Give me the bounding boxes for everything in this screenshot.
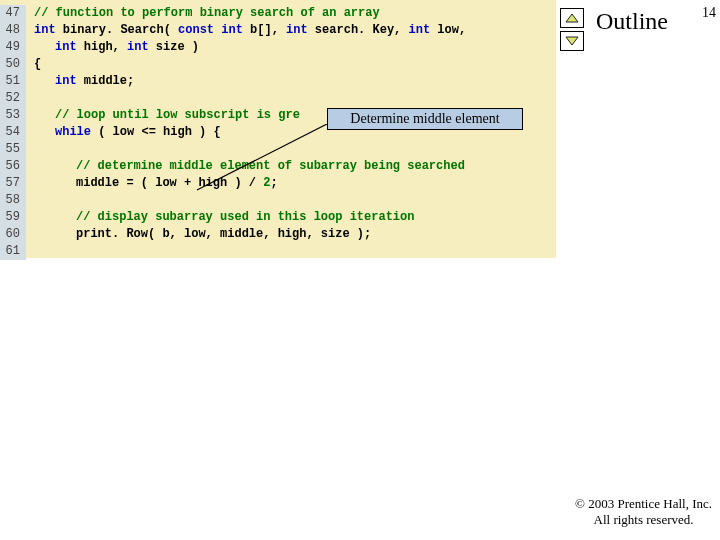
line-number: 48 — [0, 22, 26, 39]
line-number: 58 — [0, 192, 26, 209]
code-content: // determine middle element of subarray … — [26, 158, 465, 175]
code-content — [26, 141, 34, 158]
code-line: 57middle = ( low + high ) / 2; — [0, 175, 556, 192]
code-line: 50{ — [0, 56, 556, 73]
code-token: { — [34, 57, 41, 71]
code-line: 56// determine middle element of subarra… — [0, 158, 556, 175]
code-content: print. Row( b, low, middle, high, size )… — [26, 226, 371, 243]
code-content: int high, int size ) — [26, 39, 199, 56]
code-token: binary. Search( — [56, 23, 178, 37]
code-token: // function to perform binary search of … — [34, 6, 380, 20]
code-line: 47// function to perform binary search o… — [0, 5, 556, 22]
code-line: 49int high, int size ) — [0, 39, 556, 56]
footer-copyright: © 2003 Prentice Hall, Inc. All rights re… — [575, 496, 712, 528]
svg-marker-0 — [566, 14, 578, 22]
triangle-down-icon — [565, 36, 579, 46]
code-token: size ) — [149, 40, 199, 54]
code-token: middle; — [77, 74, 135, 88]
code-token: int — [127, 40, 149, 54]
line-number: 52 — [0, 90, 26, 107]
code-content: // function to perform binary search of … — [26, 5, 380, 22]
code-content: // loop until low subscript is gre — [26, 107, 300, 124]
code-content: middle = ( low + high ) / 2; — [26, 175, 278, 192]
line-number: 54 — [0, 124, 26, 141]
line-number: 57 — [0, 175, 26, 192]
line-number: 49 — [0, 39, 26, 56]
code-content: int middle; — [26, 73, 134, 90]
code-line: 51int middle; — [0, 73, 556, 90]
code-line: 48int binary. Search( const int b[], int… — [0, 22, 556, 39]
code-content: int binary. Search( const int b[], int s… — [26, 22, 466, 39]
code-token: high, — [77, 40, 127, 54]
code-token: // determine middle element of subarray … — [76, 159, 465, 173]
code-token: int — [286, 23, 308, 37]
code-content: // display subarray used in this loop it… — [26, 209, 414, 226]
nav-down-button[interactable] — [560, 31, 584, 51]
code-line: 52 — [0, 90, 556, 107]
page-number: 14 — [702, 5, 716, 21]
code-content: { — [26, 56, 41, 73]
code-token: int — [55, 40, 77, 54]
line-number: 53 — [0, 107, 26, 124]
line-number: 56 — [0, 158, 26, 175]
nav-buttons — [560, 8, 584, 51]
outline-title: Outline — [596, 8, 668, 35]
code-token: const int — [178, 23, 243, 37]
footer-line1: © 2003 Prentice Hall, Inc. — [575, 496, 712, 512]
code-line: 58 — [0, 192, 556, 209]
line-number: 61 — [0, 243, 26, 260]
svg-marker-1 — [566, 37, 578, 45]
nav-up-button[interactable] — [560, 8, 584, 28]
code-content: while ( low <= high ) { — [26, 124, 221, 141]
footer-line2: All rights reserved. — [575, 512, 712, 528]
code-token: ( low <= high ) { — [91, 125, 221, 139]
line-number: 59 — [0, 209, 26, 226]
code-token: low, — [430, 23, 466, 37]
code-content — [26, 243, 34, 260]
line-number: 60 — [0, 226, 26, 243]
code-content — [26, 90, 34, 107]
code-line: 55 — [0, 141, 556, 158]
callout-box: Determine middle element — [327, 108, 523, 130]
line-number: 47 — [0, 5, 26, 22]
code-token: int — [34, 23, 56, 37]
code-token: // loop until low subscript is gre — [55, 108, 300, 122]
code-token: ; — [270, 176, 277, 190]
code-token: search. Key, — [308, 23, 409, 37]
code-line: 59// display subarray used in this loop … — [0, 209, 556, 226]
line-number: 50 — [0, 56, 26, 73]
triangle-up-icon — [565, 13, 579, 23]
code-token: int — [409, 23, 431, 37]
code-content — [26, 192, 34, 209]
code-token: while — [55, 125, 91, 139]
code-token: b[], — [243, 23, 286, 37]
code-line: 60print. Row( b, low, middle, high, size… — [0, 226, 556, 243]
code-token: // display subarray used in this loop it… — [76, 210, 414, 224]
code-line: 61 — [0, 243, 556, 260]
code-token: print. Row( b, low, middle, high, size )… — [76, 227, 371, 241]
code-token: int — [55, 74, 77, 88]
code-token: middle = ( low + high ) / — [76, 176, 263, 190]
line-number: 55 — [0, 141, 26, 158]
outline-area: Outline — [556, 0, 720, 59]
line-number: 51 — [0, 73, 26, 90]
